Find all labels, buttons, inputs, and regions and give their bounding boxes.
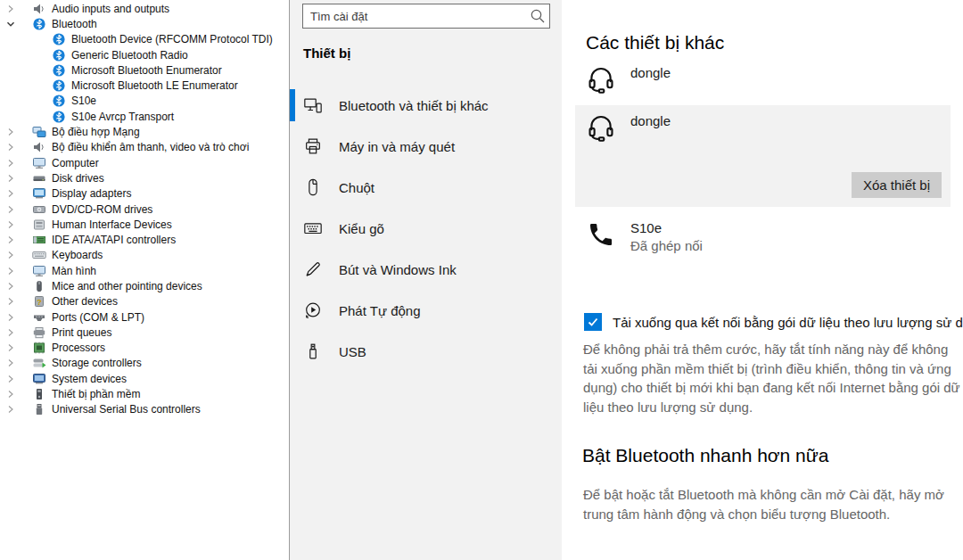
expand-chevron-icon[interactable] [5, 358, 16, 368]
printer-nav-icon [303, 136, 323, 156]
tree-item[interactable]: Microsoft Bluetooth LE Enumerator [0, 78, 289, 93]
tree-item-label: Bộ điều khiển âm thanh, video và trò chơ… [52, 141, 249, 153]
metered-description: Để không phải trả thêm cước, hãy tắt tín… [583, 340, 963, 416]
remove-device-button[interactable]: Xóa thiết bị [852, 172, 942, 198]
search-input[interactable] [303, 10, 526, 23]
mouse-icon [32, 280, 46, 292]
expand-chevron-icon[interactable] [5, 404, 16, 415]
tree-item[interactable]: Print queues [0, 325, 289, 340]
expand-chevron-icon[interactable] [5, 235, 16, 245]
printer-icon [32, 326, 46, 339]
sidebar-item[interactable]: Bluetooth và thiết bị khác [290, 89, 562, 121]
settings-content: Các thiết bị khác dongledongleXóa thiết … [562, 0, 963, 560]
tree-item-label: Microsoft Bluetooth Enumerator [71, 64, 222, 77]
expand-chevron-icon[interactable] [5, 204, 16, 215]
tree-item[interactable]: S10e Avrcp Transport [0, 109, 289, 124]
expand-chevron-icon[interactable] [5, 327, 16, 338]
expand-chevron-icon[interactable] [5, 219, 16, 230]
tree-item-label: Màn hình [52, 265, 96, 277]
tree-item[interactable]: Computer [0, 155, 289, 170]
expand-chevron-icon[interactable] [5, 281, 16, 292]
expand-chevron-icon[interactable] [5, 158, 16, 169]
expand-chevron-icon[interactable] [5, 342, 16, 353]
mouse-nav-icon [303, 177, 323, 197]
bluetooth-icon [52, 33, 66, 45]
tree-item[interactable]: Display adapters [0, 186, 289, 202]
tree-item-label: System devices [52, 373, 127, 385]
speaker-icon [32, 3, 46, 15]
tree-item[interactable]: Keyboards [0, 248, 289, 263]
tree-item-label: Mice and other pointing devices [52, 280, 202, 292]
tree-item[interactable]: S10e [0, 94, 289, 109]
collapse-chevron-icon[interactable] [5, 19, 16, 29]
tree-item[interactable]: Bộ điều khiển âm thanh, video và trò chơ… [0, 140, 289, 155]
tree-item[interactable]: DVD/CD-ROM drives [0, 202, 289, 217]
device-row[interactable]: dongle [575, 57, 951, 105]
metered-download-checkbox[interactable] [584, 313, 602, 331]
tree-item[interactable]: Microsoft Bluetooth Enumerator [0, 62, 289, 78]
sidebar-item[interactable]: Kiểu gõ [290, 212, 562, 244]
sidebar-item-label: USB [339, 344, 366, 359]
device-row[interactable]: S10eĐã ghép nối [575, 212, 951, 262]
tree-item[interactable]: Processors [0, 341, 289, 356]
tree-item[interactable]: Bộ điều hợp Mạng [0, 124, 289, 139]
tree-item[interactable]: Generic Bluetooth Radio [0, 47, 289, 62]
bluetooth-icon [52, 79, 66, 92]
svg-text:?: ? [37, 298, 42, 307]
expand-chevron-icon[interactable] [5, 374, 16, 384]
autoplay-icon [303, 301, 323, 320]
ports-icon [32, 311, 46, 324]
expand-chevron-icon[interactable] [5, 312, 16, 323]
phone-icon [586, 219, 616, 250]
expand-chevron-icon[interactable] [5, 188, 16, 199]
expand-chevron-icon[interactable] [5, 250, 16, 260]
tree-item[interactable]: Màn hình [0, 263, 289, 278]
expand-chevron-icon[interactable] [5, 173, 16, 184]
tree-item[interactable]: Disk drives [0, 170, 289, 185]
expand-chevron-icon[interactable] [5, 389, 16, 399]
tree-item-label: Print queues [52, 326, 111, 339]
tree-item[interactable]: Bluetooth Device (RFCOMM Protocol TDI) [0, 32, 289, 47]
display-icon [32, 187, 46, 200]
bluetooth-icon [52, 111, 66, 123]
expand-chevron-icon[interactable] [5, 142, 16, 152]
tree-item[interactable]: Storage controllers [0, 356, 289, 371]
tree-item[interactable]: Universal Serial Bus controllers [0, 402, 289, 417]
sidebar-item[interactable]: Chuột [290, 171, 562, 203]
tree-item[interactable]: Audio inputs and outputs [0, 1, 289, 16]
device-status: Đã ghép nối [630, 238, 703, 253]
tree-item-label: Thiết bị phần mềm [52, 388, 140, 400]
expand-chevron-icon[interactable] [5, 266, 16, 276]
expand-chevron-icon[interactable] [5, 4, 16, 14]
sidebar-item-label: Bluetooth và thiết bị khác [339, 98, 489, 113]
tree-item[interactable]: System devices [0, 371, 289, 386]
tree-item-label: Ports (COM & LPT) [52, 311, 144, 324]
tree-item-label: Keyboards [52, 249, 103, 261]
sidebar-item[interactable]: Bút và Windows Ink [290, 253, 562, 285]
processor-icon [32, 342, 46, 354]
tree-item[interactable]: IDE ATA/ATAPI controllers [0, 232, 289, 247]
device-name: S10e [630, 220, 703, 235]
sidebar-item[interactable]: Phát Tự động [290, 294, 562, 326]
expand-chevron-icon[interactable] [5, 296, 16, 307]
tree-item-label: Bluetooth Device (RFCOMM Protocol TDI) [71, 33, 273, 45]
usb-icon [32, 403, 46, 416]
tree-item[interactable]: ?Other devices [0, 294, 289, 309]
sidebar-item-label: Chuột [339, 180, 374, 195]
tree-item-label: IDE ATA/ATAPI controllers [52, 234, 176, 246]
tree-item[interactable]: Human Interface Devices [0, 217, 289, 232]
tree-item[interactable]: Bluetooth [0, 16, 289, 31]
tree-item[interactable]: Ports (COM & LPT) [0, 309, 289, 325]
expand-chevron-icon[interactable] [5, 127, 16, 137]
tree-item[interactable]: Thiết bị phần mềm [0, 386, 289, 401]
sidebar-item[interactable]: Máy in và máy quét [290, 130, 562, 162]
metered-download-row[interactable]: Tải xuống qua kết nối bằng gói dữ liệu t… [584, 313, 963, 331]
bluetooth-icon [32, 18, 46, 30]
tree-item[interactable]: Mice and other pointing devices [0, 278, 289, 293]
search-box[interactable] [302, 4, 550, 29]
device-row[interactable]: dongleXóa thiết bị [575, 105, 951, 207]
monitor-icon [32, 265, 46, 277]
sidebar-item-label: Kiểu gõ [339, 221, 384, 236]
sidebar-item[interactable]: USB [290, 335, 562, 367]
network-icon [32, 126, 46, 138]
